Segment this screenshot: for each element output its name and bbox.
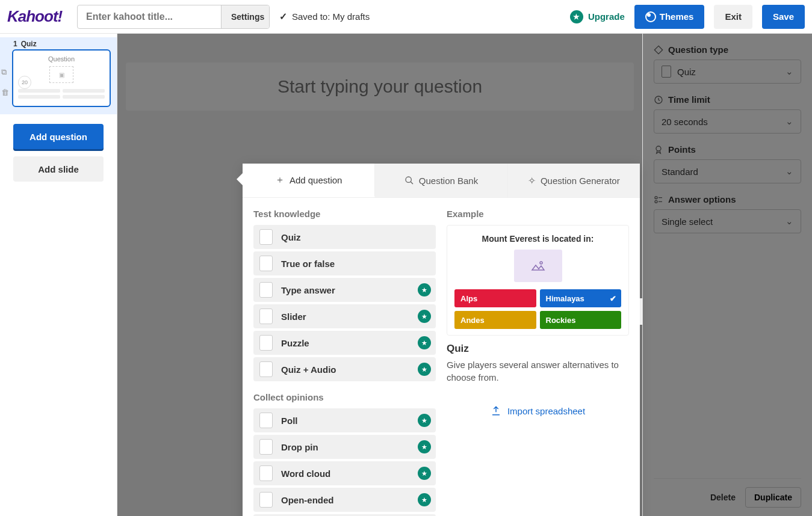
premium-star-icon: ★ bbox=[418, 493, 431, 506]
settings-sidebar: Question type Quiz ⌄ Time limit 20 secon… bbox=[642, 34, 812, 516]
question-type-option[interactable]: Puzzle★ bbox=[253, 331, 436, 355]
add-question-button[interactable]: Add question bbox=[13, 124, 104, 149]
answer-previews bbox=[18, 89, 105, 93]
duplicate-slide-icon[interactable]: ⧉ bbox=[1, 67, 9, 77]
premium-star-icon: ★ bbox=[418, 310, 431, 323]
question-type-option[interactable]: True or false bbox=[253, 251, 436, 275]
slide-label: 1 Quiz bbox=[12, 40, 111, 48]
tab-label: Question Bank bbox=[419, 176, 478, 186]
question-type-option[interactable]: Poll★ bbox=[253, 408, 436, 432]
qtype-label: Type answer bbox=[281, 285, 335, 295]
premium-star-icon: ★ bbox=[418, 414, 431, 427]
qtype-label: True or false bbox=[281, 259, 335, 269]
saved-status: ✓ Saved to: My drafts bbox=[279, 11, 370, 22]
slide-sidebar: 1 Quiz ⧉ 🗑 Question 20 ▣ Add question Ad… bbox=[0, 34, 117, 516]
image-placeholder-icon: ▣ bbox=[49, 66, 73, 83]
example-description: Give players several answer alternatives… bbox=[447, 358, 629, 384]
question-type-option[interactable]: Type answer★ bbox=[253, 278, 436, 302]
question-type-option[interactable]: Slider★ bbox=[253, 304, 436, 328]
tab-add-question[interactable]: ＋ Add question bbox=[243, 164, 375, 197]
search-icon bbox=[404, 176, 414, 185]
upgrade-link[interactable]: ★ Upgrade bbox=[570, 10, 625, 23]
slide-thumbnail-wrap: 1 Quiz ⧉ 🗑 Question 20 ▣ bbox=[0, 37, 117, 114]
kahoot-title-container: Settings bbox=[77, 5, 270, 29]
premium-star-icon: ★ bbox=[418, 440, 431, 453]
star-icon: ★ bbox=[570, 10, 583, 23]
add-slide-button[interactable]: Add slide bbox=[13, 156, 104, 182]
tab-question-bank[interactable]: Question Bank bbox=[375, 164, 507, 197]
kahoot-logo: Kahoot! bbox=[7, 7, 67, 27]
qtype-icon bbox=[259, 361, 273, 377]
question-type-option[interactable]: Quiz bbox=[253, 225, 436, 249]
upload-icon bbox=[491, 405, 501, 416]
slide-tools: ⧉ 🗑 bbox=[1, 67, 9, 97]
slide-type: Quiz bbox=[21, 40, 37, 48]
question-type-option[interactable]: Quiz + Audio★ bbox=[253, 357, 436, 381]
qtype-label: Slider bbox=[281, 312, 306, 322]
slide-title: Question bbox=[18, 55, 105, 63]
upgrade-label: Upgrade bbox=[588, 11, 625, 22]
premium-star-icon: ★ bbox=[418, 467, 431, 480]
example-heading: Example bbox=[447, 209, 629, 219]
app-header: Kahoot! Settings ✓ Saved to: My drafts ★… bbox=[0, 0, 812, 34]
slide-thumbnail[interactable]: Question 20 ▣ bbox=[12, 49, 111, 107]
example-question: Mount Everest is located in: bbox=[454, 234, 621, 244]
plus-icon: ＋ bbox=[275, 174, 285, 186]
palette-icon bbox=[645, 11, 656, 22]
themes-label: Themes bbox=[660, 11, 694, 22]
example-image-placeholder bbox=[514, 250, 562, 282]
check-icon: ✔ bbox=[610, 294, 616, 303]
qtype-icon bbox=[259, 229, 273, 245]
qtype-icon bbox=[259, 335, 273, 351]
editor-canvas: Start typing your question › ＋ Add quest… bbox=[117, 34, 642, 516]
check-icon: ✓ bbox=[279, 11, 287, 22]
svg-point-0 bbox=[406, 177, 411, 182]
example-answer: Alps bbox=[454, 289, 536, 307]
qtype-icon bbox=[259, 439, 273, 455]
svg-point-2 bbox=[540, 262, 542, 264]
themes-button[interactable]: Themes bbox=[634, 5, 705, 29]
qtype-icon bbox=[259, 256, 273, 271]
question-type-option[interactable]: Drop pin★ bbox=[253, 435, 436, 459]
qtype-label: Word cloud bbox=[281, 468, 330, 479]
question-type-option[interactable]: Word cloud★ bbox=[253, 461, 436, 485]
example-column: Example Mount Everest is located in: Alp… bbox=[447, 209, 629, 516]
slide-index: 1 bbox=[13, 40, 17, 48]
wand-icon: ✧ bbox=[528, 175, 536, 186]
section-title: Collect opinions bbox=[253, 392, 436, 402]
qtype-icon bbox=[259, 465, 273, 481]
saved-label: Saved to: My drafts bbox=[292, 11, 370, 22]
section-title: Test knowledge bbox=[253, 209, 436, 219]
example-card: Mount Everest is located in: AlpsHimalay… bbox=[447, 225, 629, 336]
question-type-option[interactable]: Open-ended★ bbox=[253, 488, 436, 512]
qtype-icon bbox=[259, 492, 273, 508]
example-answer: Andes bbox=[454, 311, 536, 329]
save-button[interactable]: Save bbox=[762, 5, 805, 29]
example-answer: Rockies bbox=[540, 311, 622, 329]
qtype-label: Quiz + Audio bbox=[281, 364, 336, 375]
sidebar-overlay bbox=[643, 34, 812, 516]
qtype-label: Open-ended bbox=[281, 495, 334, 505]
qtype-icon bbox=[259, 282, 273, 298]
tab-question-generator[interactable]: ✧ Question Generator bbox=[508, 164, 640, 197]
qtype-label: Puzzle bbox=[281, 338, 309, 348]
kahoot-title-input[interactable] bbox=[78, 11, 221, 22]
settings-button[interactable]: Settings bbox=[221, 5, 270, 28]
timer-badge: 20 bbox=[18, 76, 31, 89]
answer-previews bbox=[18, 95, 105, 99]
exit-button[interactable]: Exit bbox=[714, 5, 752, 29]
qtype-icon bbox=[259, 413, 273, 428]
premium-star-icon: ★ bbox=[418, 283, 431, 296]
example-answer: Himalayas✔ bbox=[540, 289, 622, 307]
import-spreadsheet-link[interactable]: Import spreadsheet bbox=[447, 405, 629, 416]
dialog-tabs: ＋ Add question Question Bank ✧ Question … bbox=[243, 164, 640, 198]
svg-line-1 bbox=[411, 182, 413, 184]
tab-label: Question Generator bbox=[541, 176, 620, 186]
add-question-dialog: ＋ Add question Question Bank ✧ Question … bbox=[243, 164, 640, 516]
premium-star-icon: ★ bbox=[418, 336, 431, 349]
qtype-label: Drop pin bbox=[281, 442, 318, 452]
premium-star-icon: ★ bbox=[418, 363, 431, 376]
dialog-arrow bbox=[237, 173, 243, 185]
delete-slide-icon[interactable]: 🗑 bbox=[1, 88, 9, 97]
tab-label: Add question bbox=[290, 175, 342, 185]
